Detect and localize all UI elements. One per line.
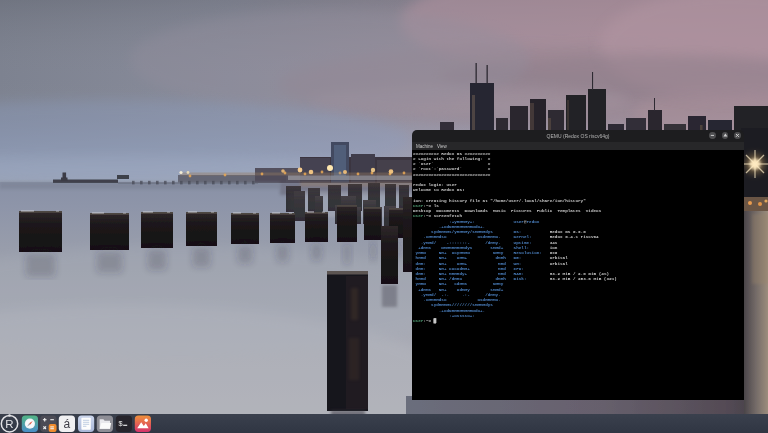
svg-text:á: á (64, 417, 71, 431)
svg-text:R: R (5, 417, 13, 429)
svg-text:$: $ (118, 419, 123, 427)
